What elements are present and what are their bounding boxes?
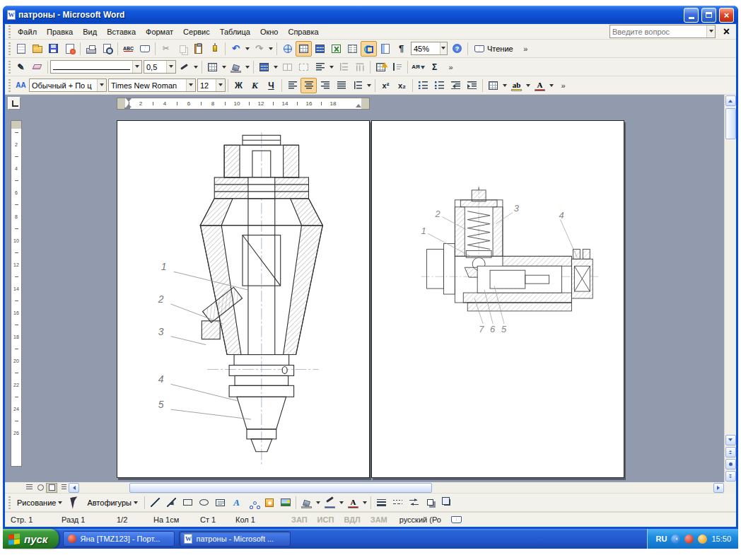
close-document-button[interactable]: ×	[718, 24, 735, 40]
horizontal-scroll-track[interactable]	[80, 482, 713, 494]
font-dropdown[interactable]	[186, 79, 195, 91]
line-color-dropdown[interactable]	[338, 495, 345, 511]
autoshapes-button[interactable]: Автофигуры	[83, 495, 142, 511]
horizontal-scroll-thumb[interactable]	[129, 483, 432, 493]
close-button[interactable]: ×	[719, 8, 734, 23]
split-cells-button[interactable]	[296, 59, 312, 75]
status-language[interactable]: русский (Ро	[399, 515, 441, 524]
insert-table-dropdown[interactable]	[272, 59, 279, 75]
align-cells-button[interactable]	[312, 59, 328, 75]
styles-and-formatting-button[interactable]: АА	[13, 78, 29, 93]
menu-item[interactable]: Файл	[13, 26, 42, 37]
undo-dropdown[interactable]	[244, 41, 251, 57]
menu-item[interactable]: Вид	[78, 26, 102, 37]
decrease-indent-button[interactable]	[448, 78, 464, 93]
first-line-indent-marker[interactable]	[126, 98, 132, 102]
insert-excel-button[interactable]	[328, 41, 344, 57]
border-dropdown[interactable]	[501, 78, 508, 93]
document-map-button[interactable]	[377, 41, 393, 57]
bullet-list-button[interactable]	[431, 78, 448, 93]
line-weight-combo[interactable]: 0,5	[144, 60, 176, 74]
cut-button[interactable]: ✂	[158, 41, 174, 57]
title-bar[interactable]: W патроны - Microsoft Word ×	[3, 6, 738, 24]
tab-selector[interactable]	[8, 97, 21, 110]
tables-toolbar-handle[interactable]	[8, 61, 11, 74]
toolbar-options-button[interactable]: »	[555, 78, 571, 93]
clip-art-button[interactable]	[261, 495, 277, 511]
line-color-button[interactable]	[322, 495, 338, 511]
text-box-button[interactable]	[212, 495, 228, 511]
menu-item[interactable]: Таблица	[215, 26, 255, 37]
select-browse-object-button[interactable]	[725, 459, 736, 469]
draw-menu-button[interactable]: Рисование	[13, 495, 66, 511]
next-page-button[interactable]	[725, 471, 736, 482]
highlight-dropdown[interactable]	[525, 78, 532, 93]
language-indicator[interactable]: RU	[656, 535, 667, 543]
line-tool-button[interactable]	[147, 495, 163, 511]
shading-color-button[interactable]	[228, 59, 244, 75]
status-flag[interactable]: ВДЛ	[344, 515, 360, 524]
bold-button[interactable]: Ж	[231, 78, 247, 93]
new-document-button[interactable]	[13, 41, 29, 57]
style-combo[interactable]: Обычный + По ц	[29, 78, 107, 92]
borders-button[interactable]	[204, 59, 221, 75]
tray-icon-orange[interactable]	[698, 535, 707, 544]
scroll-right-button[interactable]	[713, 483, 724, 493]
show-marks-button[interactable]: ¶	[393, 41, 409, 57]
menu-item[interactable]: Вставка	[102, 26, 141, 37]
tray-icon-red[interactable]	[684, 535, 694, 544]
shading-dropdown[interactable]	[244, 59, 251, 75]
oval-tool-button[interactable]	[196, 495, 212, 511]
superscript-button[interactable]: x²	[378, 78, 394, 93]
line-weight-dropdown[interactable]	[166, 61, 175, 73]
align-cells-dropdown[interactable]	[328, 59, 335, 75]
format-painter-button[interactable]	[206, 41, 223, 57]
permission-button[interactable]	[62, 41, 78, 57]
fill-color-button[interactable]	[298, 495, 315, 511]
table-autoformat-button[interactable]	[373, 59, 389, 75]
style-dropdown[interactable]	[97, 79, 106, 91]
distribute-rows-button[interactable]	[335, 59, 351, 75]
minimize-button[interactable]	[684, 8, 699, 23]
status-flag[interactable]: ЗАП	[291, 515, 308, 524]
paste-button[interactable]	[190, 41, 206, 57]
increase-indent-button[interactable]	[464, 78, 480, 93]
menu-item[interactable]: Справка	[283, 26, 323, 37]
scroll-down-button[interactable]	[725, 435, 736, 445]
left-indent-marker[interactable]	[124, 107, 130, 110]
vertical-scroll-track[interactable]	[725, 107, 736, 434]
draw-table-button[interactable]: ✎	[13, 59, 29, 75]
vertical-scrollbar[interactable]	[724, 95, 736, 482]
ask-question-dropdown[interactable]	[706, 25, 715, 37]
align-right-button[interactable]	[317, 78, 333, 93]
right-indent-marker[interactable]	[356, 104, 361, 107]
scroll-left-button[interactable]	[69, 483, 79, 493]
justify-button[interactable]	[333, 78, 349, 93]
print-layout-view-button[interactable]	[46, 483, 57, 493]
drawing-button[interactable]	[361, 41, 377, 57]
toolbar-options-button[interactable]: »	[443, 59, 459, 75]
borders-dropdown[interactable]	[221, 59, 228, 75]
save-button[interactable]	[45, 41, 62, 57]
drawing-toolbar-handle[interactable]	[8, 496, 11, 509]
menu-item[interactable]: Окно	[255, 26, 284, 37]
menubar-drag-handle[interactable]	[8, 25, 11, 38]
merge-cells-button[interactable]	[279, 59, 296, 75]
page-1[interactable]: 1 2 3 4 5	[117, 120, 370, 478]
insert-table-button[interactable]	[312, 41, 328, 57]
sort-ascending-button[interactable]: АЯ	[410, 59, 426, 75]
print-preview-button[interactable]	[99, 41, 115, 57]
hide-icons-chevron[interactable]	[671, 535, 680, 544]
border-color-dropdown[interactable]	[192, 59, 199, 75]
font-color-button-2[interactable]: А	[345, 495, 361, 511]
taskbar-task-1[interactable]: Яна [TMZ123] - Порт...	[63, 531, 175, 547]
ask-question-box[interactable]	[609, 25, 716, 38]
text-direction-button[interactable]	[389, 59, 405, 75]
font-size-combo[interactable]: 12	[197, 78, 226, 92]
ask-question-input[interactable]	[610, 28, 706, 36]
line-style-dropdown[interactable]	[132, 61, 141, 73]
outside-border-button[interactable]	[485, 78, 501, 93]
status-flag[interactable]: ЗАМ	[370, 515, 387, 524]
web-layout-view-button[interactable]	[35, 483, 46, 493]
zoom-input[interactable]	[412, 45, 440, 53]
